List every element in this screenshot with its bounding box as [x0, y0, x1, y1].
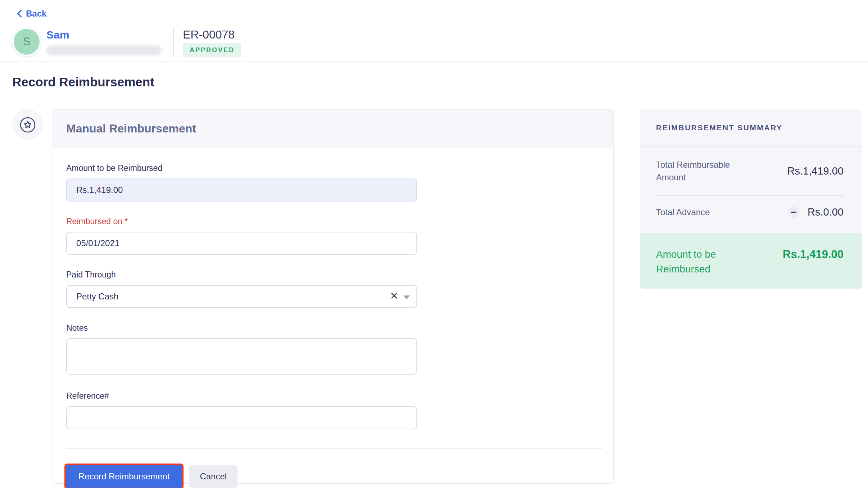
total-reimbursable-value: Rs.1,419.00	[787, 165, 844, 177]
back-link[interactable]: Back	[18, 9, 46, 19]
total-advance-value: Rs.0.00	[808, 206, 844, 218]
status-badge: APPROVED	[183, 43, 241, 57]
amount-to-be-reimbursed-label: Amount to be Reimbursed	[656, 247, 760, 276]
card-header: Manual Reimbursement	[53, 110, 613, 148]
reference-label: Reference#	[66, 391, 417, 401]
summary-title: REIMBURSEMENT SUMMARY	[656, 123, 783, 132]
amount-to-be-reimbursed-value: Rs.1,419.00	[783, 248, 844, 261]
chevron-down-icon[interactable]	[403, 295, 410, 299]
record-reimbursement-page: Back S Sam ER-00078 APPROVED Record Reim…	[0, 0, 868, 488]
summary-row-total-advance: Total Advance Rs.0.00	[640, 196, 862, 229]
paid-through-select[interactable]: ✕	[66, 285, 417, 308]
notes-field-group: Notes	[66, 323, 417, 376]
user-name-link[interactable]: Sam	[46, 29, 69, 41]
redacted-email	[46, 45, 162, 55]
report-number: ER-00078	[183, 28, 235, 41]
header-divider	[173, 27, 174, 57]
minus-icon	[787, 206, 800, 218]
top-header: Back S Sam ER-00078 APPROVED	[0, 0, 868, 62]
form-actions: Record Reimbursement Cancel	[66, 465, 613, 488]
amount-label: Amount to be Reimbursed	[66, 163, 417, 173]
reference-field-group: Reference#	[66, 391, 417, 429]
record-reimbursement-button[interactable]: Record Reimbursement	[66, 465, 182, 488]
reimbursement-step-bubble	[12, 109, 43, 140]
back-label: Back	[26, 9, 46, 19]
avatar: S	[12, 27, 41, 56]
amount-field-group: Amount to be Reimbursed	[66, 163, 417, 202]
total-advance-label: Total Advance	[656, 206, 710, 218]
total-reimbursable-label: Total Reimbursable Amount	[656, 158, 760, 184]
manual-reimbursement-card: Manual Reimbursement Amount to be Reimbu…	[53, 109, 614, 484]
chevron-left-icon	[17, 10, 25, 18]
card-title: Manual Reimbursement	[66, 122, 196, 135]
paid-through-input[interactable]	[66, 285, 417, 308]
reimbursed-on-label: Reimbursed on *	[66, 217, 417, 226]
reimbursed-on-input[interactable]	[66, 232, 417, 255]
total-advance-value-group: Rs.0.00	[787, 206, 844, 218]
star-circle-icon	[19, 116, 36, 134]
page-title: Record Reimbursement	[12, 75, 154, 89]
avatar-initial: S	[23, 35, 31, 48]
summary-header: REIMBURSEMENT SUMMARY	[640, 109, 862, 147]
card-body: Amount to be Reimbursed Reimbursed on * …	[53, 148, 613, 488]
notes-label: Notes	[66, 323, 417, 333]
clear-icon[interactable]: ✕	[390, 291, 398, 301]
reimbursed-on-field-group: Reimbursed on *	[66, 217, 417, 255]
reimbursement-summary-panel: REIMBURSEMENT SUMMARY Total Reimbursable…	[640, 109, 862, 289]
paid-through-label: Paid Through	[66, 270, 417, 280]
amount-input[interactable]	[66, 179, 417, 202]
form-divider	[66, 448, 602, 449]
paid-through-field-group: Paid Through ✕	[66, 270, 417, 308]
summary-row-total-reimbursable: Total Reimbursable Amount Rs.1,419.00	[640, 147, 862, 195]
notes-textarea[interactable]	[66, 338, 417, 375]
cancel-button[interactable]: Cancel	[189, 465, 238, 488]
reference-input[interactable]	[66, 406, 417, 429]
summary-total-section: Amount to be Reimbursed Rs.1,419.00	[640, 233, 862, 289]
